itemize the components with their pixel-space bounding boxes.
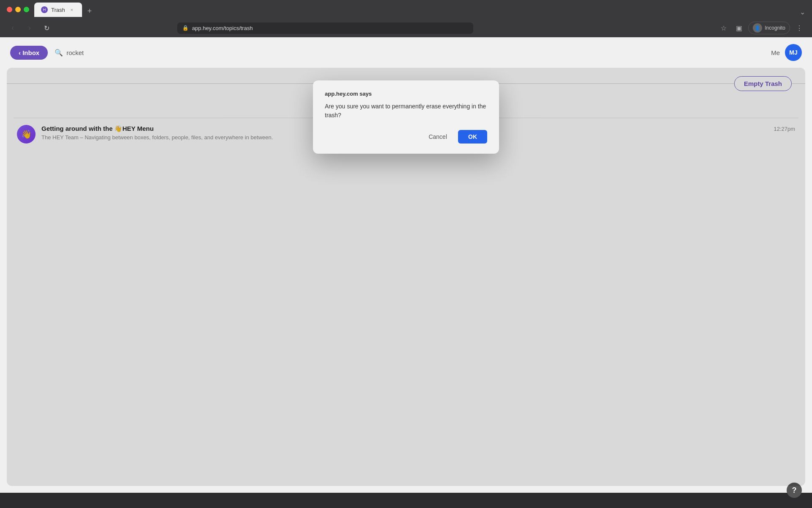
forward-button[interactable]: › — [24, 22, 36, 34]
bookmark-button[interactable]: ☆ — [718, 22, 730, 34]
me-label: Me — [771, 49, 780, 56]
dialog-overlay: app.hey.com says Are you sure you want t… — [7, 68, 805, 486]
tab-bar-end: ⌄ — [96, 8, 805, 17]
tab-title: Trash — [51, 7, 65, 13]
reload-button[interactable]: ↻ — [41, 22, 52, 34]
back-button[interactable]: ‹ — [7, 22, 19, 34]
search-icon: 🔍 — [55, 49, 63, 57]
tab-dropdown-icon[interactable]: ⌄ — [800, 8, 805, 16]
address-bar: ‹ › ↻ 🔒 app.hey.com/topics/trash ☆ ▣ 👤 I… — [0, 19, 812, 37]
browser-actions: ☆ ▣ 👤 Incognito ⋮ — [718, 22, 805, 34]
browser-chrome: H Trash × + ⌄ ‹ › ↻ 🔒 app.hey.com/topics… — [0, 0, 812, 37]
new-tab-button[interactable]: + — [84, 5, 96, 17]
incognito-button[interactable]: 👤 Incognito — [748, 22, 790, 34]
dialog-ok-button[interactable]: OK — [458, 130, 487, 144]
search-area: 🔍 rocket — [55, 49, 84, 57]
main-content: 🗑 Trash Empty Trash Emails you've trashe… — [7, 68, 805, 486]
browser-tab-trash[interactable]: H Trash × — [34, 3, 82, 17]
menu-button[interactable]: ⋮ — [793, 22, 805, 34]
search-input-value[interactable]: rocket — [66, 49, 84, 56]
dialog-cancel-button[interactable]: Cancel — [422, 130, 454, 144]
inbox-button[interactable]: ‹ Inbox — [10, 46, 48, 60]
dialog-message: Are you sure you want to permanently era… — [325, 102, 487, 120]
url-text: app.hey.com/topics/trash — [192, 25, 253, 31]
maximize-button[interactable] — [24, 7, 29, 12]
close-button[interactable] — [7, 7, 12, 12]
minimize-button[interactable] — [15, 7, 21, 12]
title-bar: H Trash × + ⌄ — [0, 0, 812, 19]
url-bar[interactable]: 🔒 app.hey.com/topics/trash — [177, 22, 473, 34]
traffic-lights — [7, 7, 29, 12]
extensions-button[interactable]: ▣ — [733, 22, 745, 34]
lock-icon: 🔒 — [182, 25, 189, 31]
tab-close-button[interactable]: × — [69, 6, 75, 13]
dialog-source: app.hey.com says — [325, 91, 487, 97]
incognito-avatar-icon: 👤 — [753, 23, 762, 33]
user-avatar[interactable]: MJ — [785, 44, 802, 61]
dialog-buttons: Cancel OK — [325, 130, 487, 144]
incognito-label: Incognito — [765, 25, 785, 31]
confirm-dialog: app.hey.com says Are you sure you want t… — [313, 80, 499, 154]
app-header: ‹ Inbox 🔍 rocket Me MJ — [0, 37, 812, 68]
header-right: Me MJ — [771, 44, 802, 61]
app-content: ‹ Inbox 🔍 rocket Me MJ 🗑 Trash Empty Tra… — [0, 37, 812, 493]
tab-favicon: H — [41, 6, 48, 13]
